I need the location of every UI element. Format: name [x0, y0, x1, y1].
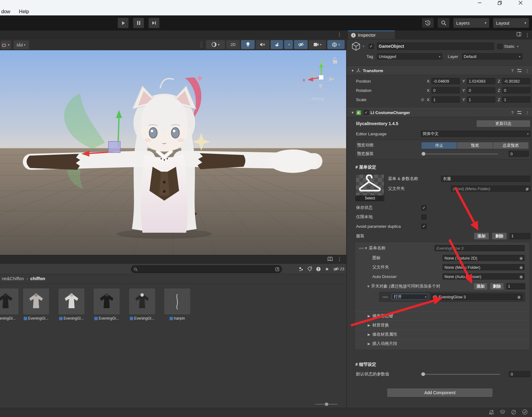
foldout-material-props[interactable]: ▶ 修改材质属性 — [355, 330, 530, 339]
measure-tool-button[interactable]: ▾ — [14, 40, 29, 49]
asset-tile[interactable] — [94, 288, 120, 314]
effects-toggle-button[interactable] — [271, 40, 283, 49]
scene-camera-button[interactable]: ▾ — [309, 40, 326, 49]
gizmos-button[interactable]: ▾ — [327, 40, 345, 49]
rotation-y-field[interactable]: 0 — [467, 87, 495, 93]
icon-object-field[interactable]: None (Texture 2D)◉ — [443, 255, 525, 261]
scale-y-field[interactable]: 1 — [467, 96, 495, 103]
hidden-count-badge[interactable]: 23 — [333, 267, 344, 271]
toggle-state-dropdown[interactable]: 打开▾ — [392, 294, 428, 300]
asset-tile[interactable] — [23, 288, 49, 314]
object-picker-icon[interactable]: ◉ — [519, 265, 523, 270]
toggle-object-field[interactable]: EveningGlow 3 ◉ — [431, 294, 522, 300]
console-book-icon[interactable] — [328, 257, 333, 261]
kebab-icon[interactable]: ⋮ — [525, 110, 529, 115]
persp-label[interactable]: ‹ Persp — [309, 96, 324, 101]
preview-button[interactable]: 预览 — [457, 142, 493, 149]
position-z-field[interactable]: -0.30282 — [502, 78, 530, 84]
default-param-slider[interactable] — [421, 371, 500, 377]
pause-button[interactable] — [133, 18, 144, 28]
cache-disabled-icon[interactable] — [511, 410, 516, 415]
notifications-muted-icon[interactable] — [489, 410, 494, 415]
costumes-count-field[interactable]: 1 — [509, 233, 530, 239]
scale-z-field[interactable]: 1 — [502, 96, 530, 103]
presets-icon[interactable] — [517, 111, 522, 114]
presets-icon[interactable] — [517, 69, 522, 72]
tool-button-partial[interactable]: ▾ — [1, 40, 11, 49]
add-component-button[interactable]: Add Component — [387, 388, 493, 397]
rotation-z-field[interactable]: 0 — [502, 87, 530, 93]
link-broken-icon[interactable]: ⊘ — [421, 97, 424, 102]
select-overlay[interactable]: Select — [356, 195, 384, 201]
asset-label[interactable]: EveningGl... — [90, 316, 124, 321]
layer-dropdown[interactable]: Default▾ — [462, 53, 522, 59]
avoid-dup-checkbox[interactable]: ✓ — [421, 224, 427, 229]
play-button[interactable] — [118, 18, 129, 28]
default-param-value-field[interactable]: 0 — [509, 371, 530, 377]
transform-header[interactable]: ▼ Transform ? ⋮ — [347, 66, 532, 75]
draw-mode-button[interactable]: ▾ — [206, 40, 225, 49]
asset-tile[interactable] — [59, 288, 84, 314]
foldout-blendshapes[interactable]: ▶ 修改形态键 — [355, 311, 530, 320]
position-x-field[interactable]: -0.04609 — [432, 78, 460, 84]
drag-handle-icon[interactable]: ══ — [383, 295, 387, 299]
2d-toggle-button[interactable]: 2D — [226, 40, 240, 49]
audio-toggle-button[interactable] — [256, 40, 269, 49]
chevron-down-icon[interactable]: ▾ — [363, 45, 364, 48]
effects-dropdown-button[interactable]: ▾ — [284, 40, 293, 49]
update-log-button[interactable]: 更新日志 — [476, 120, 530, 127]
scene-visibility-button[interactable] — [294, 40, 308, 49]
foldout-open-icon[interactable]: ▼ — [350, 69, 355, 72]
tab-inspector[interactable]: i Inspector — [348, 31, 395, 39]
stop-button[interactable]: 停止 — [421, 142, 457, 149]
project-menu-kebab-icon[interactable]: ⋮ — [337, 256, 342, 262]
menu-param-field[interactable]: 衣服 — [441, 176, 530, 182]
menu-window-partial[interactable]: dow — [1, 9, 10, 14]
costumes-delete-button[interactable]: 删除 — [492, 232, 507, 240]
help-icon[interactable]: ? — [511, 110, 514, 115]
static-dropdown-icon[interactable]: ▾ — [517, 45, 518, 48]
undo-history-button[interactable] — [422, 18, 434, 28]
check-circle-icon[interactable] — [522, 409, 528, 415]
breadcrumb-current[interactable]: chiffon — [30, 276, 45, 281]
object-picker-icon[interactable]: ◉ — [519, 274, 523, 279]
preview-costume-value-field[interactable]: 0 — [509, 151, 529, 157]
avatar-filter-icon[interactable] — [298, 267, 303, 272]
thumbnail-zoom-slider[interactable] — [315, 403, 338, 406]
foldout-open-icon[interactable]: ▼ — [350, 111, 355, 114]
editor-language-dropdown[interactable]: 简体中文▾ — [421, 131, 530, 137]
package-stack-icon[interactable] — [500, 410, 505, 415]
gameobject-name-field[interactable]: GameObject — [377, 43, 494, 50]
drag-handle-icon[interactable]: ══ — [359, 246, 364, 251]
maximize-icon[interactable] — [495, 0, 504, 6]
asset-label[interactable]: hairpin — [160, 316, 194, 321]
foldout-open-icon[interactable]: ▼ — [364, 246, 368, 250]
kebab-icon[interactable]: ⋮ — [525, 68, 529, 73]
costume-changer-header[interactable]: ▼ ✓ LI CostumeChanger ? ⋮ — [347, 108, 532, 117]
object-picker-icon[interactable]: ◉ — [519, 256, 523, 260]
asset-tile[interactable] — [129, 288, 155, 314]
layers-dropdown[interactable]: Layers ▾ — [453, 18, 489, 28]
inspector-kebab-icon[interactable]: ⋮ — [525, 32, 530, 38]
toggle-add-button[interactable]: 添加 — [473, 283, 488, 290]
asset-label[interactable]: EveningGl... — [125, 316, 159, 321]
favorites-star-icon[interactable]: ★ — [325, 266, 329, 272]
foldout-open-icon[interactable]: ▼ — [366, 284, 370, 288]
close-icon[interactable] — [516, 0, 525, 6]
scene-viewport[interactable]: y x ‹ Persp — [0, 50, 346, 255]
toggle-delete-button[interactable]: 删除 — [490, 283, 504, 290]
scene-menu-kebab-icon[interactable]: ⋮ — [337, 32, 342, 37]
asset-tile[interactable] — [164, 288, 190, 314]
asset-label[interactable]: EveningGl... — [19, 316, 53, 321]
menu-name-field[interactable]: EveningGlow 3 — [435, 245, 525, 251]
parent-folder-object-field[interactable]: (Root) (Menu Folder)◉ — [451, 186, 530, 192]
asset-tile[interactable] — [0, 288, 18, 314]
help-icon[interactable]: ? — [511, 68, 514, 73]
panel-layout-icon[interactable] — [517, 32, 521, 38]
warning-filter-icon[interactable] — [316, 267, 321, 272]
layout-dropdown[interactable]: Layout ▾ — [493, 18, 529, 28]
component-enabled-checkbox[interactable]: ✓ — [364, 110, 369, 115]
lighting-toggle-button[interactable] — [241, 40, 255, 49]
folder-object-field[interactable]: None (Menu Folder)◉ — [443, 264, 525, 270]
toolbar-splitter[interactable] — [201, 41, 202, 48]
